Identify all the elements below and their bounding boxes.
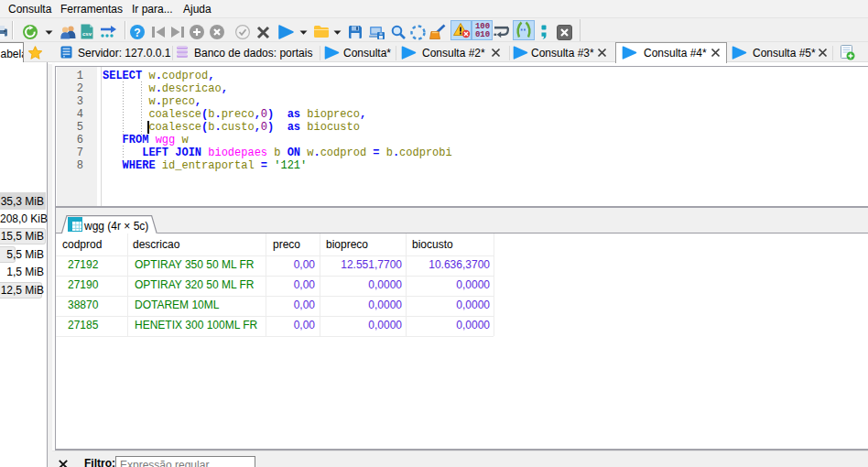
svg-text:csv: csv — [82, 31, 92, 37]
svg-text:?: ? — [134, 27, 140, 39]
